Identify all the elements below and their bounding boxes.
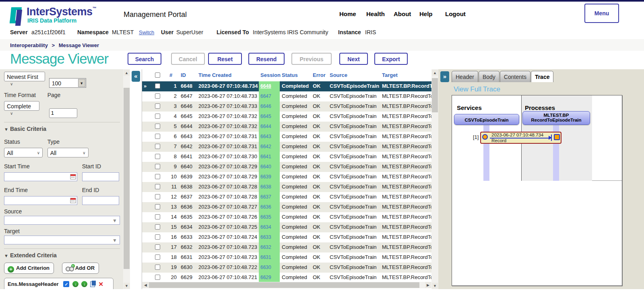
sidebar-scrollbar[interactable]: ▲ ▼: [123, 69, 130, 289]
basic-criteria-section-header[interactable]: ▼Basic Criteria: [4, 126, 120, 132]
table-row[interactable]: 266472023-06-27 07:10:48.7336647Complete…: [142, 91, 431, 101]
session-link[interactable]: 6644: [260, 124, 271, 129]
table-row[interactable]: 866412023-06-27 07:10:48.7306641Complete…: [142, 152, 431, 162]
col-header-id[interactable]: ID: [181, 72, 186, 78]
extended-criteria-section-header[interactable]: ▼Extended Criteria: [4, 252, 120, 259]
type-select[interactable]: All ∨: [47, 148, 89, 157]
row-checkbox[interactable]: [155, 103, 160, 109]
select-all-checkbox[interactable]: [155, 72, 160, 78]
col-header-error[interactable]: Error: [313, 72, 326, 78]
scrollbar-thumb[interactable]: [149, 282, 419, 288]
session-link[interactable]: 6643: [260, 134, 271, 139]
source-combo[interactable]: ▼: [4, 216, 120, 225]
scrollbar-thumb[interactable]: [124, 88, 130, 269]
session-link[interactable]: 6645: [260, 114, 271, 119]
session-link[interactable]: 6636: [260, 204, 271, 210]
end-id-input[interactable]: [82, 196, 119, 205]
tab-header[interactable]: Header: [452, 71, 478, 82]
nav-logout[interactable]: Logout: [445, 10, 466, 17]
menu-button[interactable]: Menu: [584, 4, 619, 23]
session-link[interactable]: 6630: [260, 265, 271, 270]
target-combo[interactable]: ▼: [4, 236, 120, 244]
nav-about[interactable]: About: [394, 10, 411, 17]
table-horizontal-scrollbar[interactable]: ◀ ▶: [142, 282, 431, 288]
table-row[interactable]: 1766322023-06-27 07:10:48.7236632Complet…: [142, 242, 431, 252]
move-up-icon[interactable]: ↓: [72, 281, 78, 287]
page-size-combo[interactable]: 100▼: [49, 78, 86, 88]
sort-order-select[interactable]: Newest First ∨: [4, 72, 45, 81]
row-checkbox[interactable]: [155, 194, 160, 199]
session-link[interactable]: 6641: [260, 154, 271, 159]
table-row[interactable]: 1166382023-06-27 07:10:48.7286638Complet…: [142, 182, 431, 192]
row-checkbox[interactable]: [155, 184, 160, 189]
time-format-select[interactable]: Complete ∨: [4, 101, 39, 111]
table-row[interactable]: 2066292023-06-27 07:10:48.7216629Complet…: [142, 273, 431, 283]
table-row[interactable]: 1566342023-06-27 07:10:48.7256634Complet…: [142, 222, 431, 232]
session-link[interactable]: 6647: [260, 93, 271, 99]
scroll-up-icon[interactable]: ▲: [124, 70, 130, 76]
start-time-input[interactable]: [4, 172, 77, 181]
col-header-num[interactable]: #: [169, 72, 172, 78]
add-or-button[interactable]: +Add OR: [62, 263, 99, 274]
reset-button[interactable]: Reset: [208, 53, 242, 65]
row-checkbox[interactable]: [155, 234, 160, 240]
table-row[interactable]: 766422023-06-27 07:10:48.7316642Complete…: [142, 142, 431, 152]
previous-button[interactable]: Previous: [291, 53, 332, 65]
session-link[interactable]: 6631: [260, 254, 271, 260]
session-link[interactable]: 6646: [260, 103, 271, 109]
col-header-session[interactable]: Session: [260, 72, 281, 78]
resend-button[interactable]: Resend: [248, 53, 285, 65]
next-button[interactable]: Next: [339, 53, 368, 65]
session-link[interactable]: 6629: [260, 275, 271, 280]
export-button[interactable]: Export: [374, 53, 408, 65]
tab-trace[interactable]: Trace: [531, 71, 554, 82]
session-link[interactable]: 6639: [260, 174, 271, 180]
table-row[interactable]: 1066392023-06-27 07:10:48.7296639Complet…: [142, 172, 431, 182]
row-checkbox[interactable]: [155, 114, 160, 119]
row-checkbox[interactable]: [155, 154, 160, 159]
tab-contents[interactable]: Contents: [500, 71, 530, 82]
status-select[interactable]: All ∨: [4, 148, 43, 157]
table-row[interactable]: 666432023-06-27 07:10:48.7316643Complete…: [142, 132, 431, 142]
table-row[interactable]: 1966302023-06-27 07:10:48.7226630Complet…: [142, 263, 431, 273]
table-row[interactable]: »166482023-06-27 07:10:48.7346648Complet…: [142, 81, 431, 91]
nav-help[interactable]: Help: [419, 10, 433, 17]
collapse-sidebar-button[interactable]: «: [132, 71, 140, 82]
table-row[interactable]: 966402023-06-27 07:10:48.7296640Complete…: [142, 162, 431, 172]
row-checkbox[interactable]: [155, 144, 160, 149]
row-checkbox[interactable]: [155, 275, 160, 280]
row-checkbox[interactable]: [155, 214, 160, 219]
row-checkbox[interactable]: [155, 93, 160, 99]
scrollbar-thumb[interactable]: [432, 78, 438, 112]
session-link[interactable]: 6632: [260, 244, 271, 250]
table-row[interactable]: 466452023-06-27 07:10:48.7326645Complete…: [142, 112, 431, 122]
row-checkbox[interactable]: [155, 254, 160, 260]
cancel-button[interactable]: Cancel: [171, 53, 205, 65]
session-link[interactable]: 6637: [260, 194, 271, 200]
row-checkbox[interactable]: [155, 224, 160, 230]
calendar-icon[interactable]: [70, 197, 76, 203]
col-header-target[interactable]: Target: [382, 72, 398, 78]
trace-event[interactable]: 2023-06-27 07:10:48.734 Record: [480, 132, 561, 144]
table-row[interactable]: 1666332023-06-27 07:10:48.7246633Complet…: [142, 232, 431, 242]
nav-home[interactable]: Home: [339, 10, 356, 17]
end-time-input[interactable]: [4, 196, 77, 205]
row-checkbox[interactable]: [155, 83, 160, 89]
table-row[interactable]: 1466352023-06-27 07:10:48.7266635Complet…: [142, 212, 431, 222]
delete-criterion-icon[interactable]: ✕: [98, 281, 103, 288]
col-header-source[interactable]: Source: [330, 72, 347, 78]
session-link[interactable]: 6633: [260, 234, 271, 240]
view-full-trace-link[interactable]: View Full Trace: [454, 85, 500, 93]
tab-body[interactable]: Body: [479, 71, 500, 82]
process-node[interactable]: MLTEST.BP RecordToEpisodeTrain: [522, 111, 590, 125]
scroll-down-icon[interactable]: ▼: [432, 283, 438, 289]
session-link[interactable]: 6635: [260, 214, 271, 220]
row-checkbox[interactable]: [155, 174, 160, 179]
scroll-right-icon[interactable]: ▶: [425, 282, 431, 288]
col-header-time[interactable]: Time Created: [198, 72, 231, 78]
dropdown-button-icon[interactable]: ▼: [78, 79, 85, 87]
row-checkbox[interactable]: [155, 265, 160, 270]
page-number-input[interactable]: [49, 108, 77, 118]
copy-icon[interactable]: [90, 281, 95, 287]
calendar-icon[interactable]: [70, 174, 76, 180]
